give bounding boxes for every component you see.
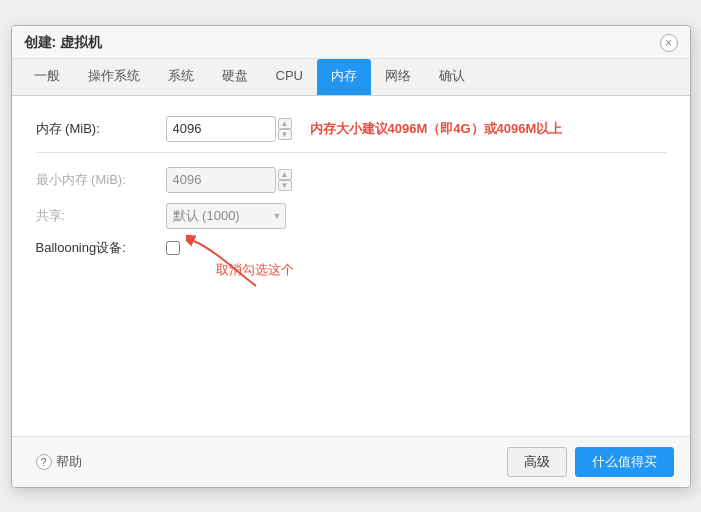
min-memory-down-arrow[interactable]: ▼ [278, 180, 292, 191]
footer: ? 帮助 高级 什么值得买 [12, 436, 690, 487]
tab-os[interactable]: 操作系统 [74, 59, 154, 95]
tab-memory[interactable]: 内存 [317, 59, 371, 95]
ballooning-checkbox[interactable] [166, 241, 180, 255]
min-memory-label: 最小内存 (MiB): [36, 171, 166, 189]
help-label: 帮助 [56, 453, 82, 471]
share-select-wrap: 默认 (1000) ▼ [166, 203, 286, 229]
memory-spinner-wrap: ▲ ▼ [166, 116, 292, 142]
content-area: 内存 (MiB): ▲ ▼ 内存大小建议4096M（即4G）或4096M以上 [12, 96, 690, 436]
tab-disk[interactable]: 硬盘 [208, 59, 262, 95]
ballooning-row: Ballooning设备: 取消勾选这个 [36, 239, 666, 257]
memory-label: 内存 (MiB): [36, 120, 166, 138]
annotation-arrow-svg [186, 231, 266, 291]
title-bar: 创建: 虚拟机 × [12, 26, 690, 59]
min-memory-spinners: ▲ ▼ [278, 169, 292, 191]
close-button[interactable]: × [660, 34, 678, 52]
help-button[interactable]: ? 帮助 [28, 449, 90, 475]
memory-spinners: ▲ ▼ [278, 118, 292, 140]
back-button[interactable]: 高级 [507, 447, 567, 477]
annotation-text: 取消勾选这个 [216, 261, 294, 279]
share-row: 共享: 默认 (1000) ▼ [36, 203, 666, 229]
footer-right: 高级 什么值得买 [507, 447, 674, 477]
memory-up-arrow[interactable]: ▲ [278, 118, 292, 129]
tab-system[interactable]: 系统 [154, 59, 208, 95]
min-memory-row: 最小内存 (MiB): ▲ ▼ [36, 167, 666, 193]
help-icon: ? [36, 454, 52, 470]
dialog: 创建: 虚拟机 × 一般 操作系统 系统 硬盘 CPU 内存 网络 确认 内存 … [11, 25, 691, 488]
min-memory-spinner-wrap: ▲ ▼ [166, 167, 292, 193]
tab-confirm[interactable]: 确认 [425, 59, 479, 95]
share-select[interactable]: 默认 (1000) [166, 203, 286, 229]
tab-bar: 一般 操作系统 系统 硬盘 CPU 内存 网络 确认 [12, 59, 690, 96]
tab-network[interactable]: 网络 [371, 59, 425, 95]
share-label: 共享: [36, 207, 166, 225]
dialog-title: 创建: 虚拟机 [24, 34, 103, 52]
annotation-wrap: 取消勾选这个 [186, 231, 266, 294]
next-button[interactable]: 什么值得买 [575, 447, 674, 477]
memory-input-wrap: ▲ ▼ 内存大小建议4096M（即4G）或4096M以上 [166, 116, 563, 142]
memory-down-arrow[interactable]: ▼ [278, 129, 292, 140]
dialog-wrapper: 创建: 虚拟机 × 一般 操作系统 系统 硬盘 CPU 内存 网络 确认 内存 … [11, 25, 691, 488]
memory-row: 内存 (MiB): ▲ ▼ 内存大小建议4096M（即4G）或4096M以上 [36, 116, 666, 142]
tab-general[interactable]: 一般 [20, 59, 74, 95]
tab-cpu[interactable]: CPU [262, 60, 317, 93]
min-memory-input[interactable] [166, 167, 276, 193]
divider [36, 152, 666, 153]
memory-hint: 内存大小建议4096M（即4G）或4096M以上 [310, 120, 563, 138]
memory-input[interactable] [166, 116, 276, 142]
min-memory-up-arrow[interactable]: ▲ [278, 169, 292, 180]
ballooning-checkbox-area: 取消勾选这个 [166, 239, 180, 255]
ballooning-label: Ballooning设备: [36, 239, 166, 257]
